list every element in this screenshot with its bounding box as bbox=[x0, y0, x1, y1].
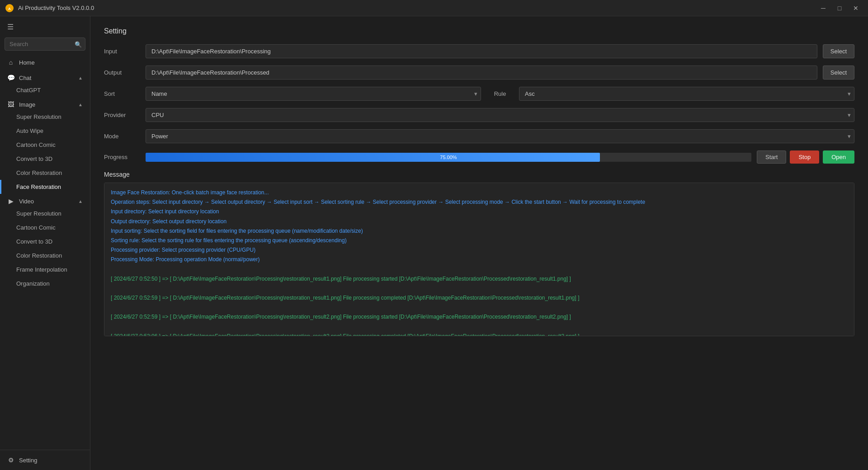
progress-label: Progress bbox=[104, 154, 140, 160]
progress-actions: Start Stop Open bbox=[757, 150, 854, 164]
sidebar: ☰ 🔍 ⌂ Home 💬 Chat ▲ ChatGPT 🖼 Image bbox=[0, 16, 90, 470]
open-button[interactable]: Open bbox=[823, 150, 854, 164]
sidebar-item-frame-interpolation[interactable]: Frame Interpolation bbox=[0, 263, 90, 277]
sidebar-item-color-restoration[interactable]: Color Restoration bbox=[0, 166, 90, 180]
sidebar-item-home[interactable]: ⌂ Home bbox=[0, 54, 90, 70]
chatgpt-label: ChatGPT bbox=[16, 87, 41, 94]
sidebar-footer: ⚙ Setting bbox=[0, 450, 90, 470]
section-title: Setting bbox=[104, 27, 854, 35]
sidebar-item-chatgpt[interactable]: ChatGPT bbox=[0, 83, 90, 97]
message-log[interactable]: Image Face Restoration: One-click batch … bbox=[104, 183, 854, 336]
home-label: Home bbox=[19, 59, 35, 66]
message-section: Message Image Face Restoration: One-clic… bbox=[104, 171, 854, 336]
image-icon: 🖼 bbox=[7, 101, 14, 108]
mode-dropdown[interactable]: Power bbox=[146, 129, 854, 143]
sidebar-item-convert-to-3d[interactable]: Convert to 3D bbox=[0, 152, 90, 166]
app-title: Ai Productivity Tools V2.0.0.0 bbox=[18, 5, 94, 11]
progress-fill bbox=[146, 153, 600, 162]
provider-row: Provider CPU bbox=[104, 108, 854, 122]
sidebar-item-face-restoration[interactable]: Face Restoration bbox=[0, 180, 90, 194]
app-icon: A bbox=[5, 4, 14, 12]
log-line: Sorting rule: Select the sorting rule fo… bbox=[111, 236, 848, 245]
chat-chevron-icon: ▲ bbox=[78, 75, 83, 80]
video-label: Video bbox=[19, 198, 34, 205]
log-line: Processing provider: Select processing p… bbox=[111, 246, 848, 254]
log-line: [ 2024/6/27 0:52:59 ] => [ D:\Apt\File\I… bbox=[111, 313, 848, 321]
search-box: 🔍 bbox=[5, 38, 85, 51]
log-line: Output directory: Select output director… bbox=[111, 217, 848, 226]
setting-label: Setting bbox=[19, 457, 37, 464]
sort-dropdown[interactable]: Name bbox=[146, 87, 481, 101]
stop-button[interactable]: Stop bbox=[790, 150, 819, 164]
output-row: Output Select bbox=[104, 66, 854, 80]
log-line: Operation steps: Select input directory … bbox=[111, 198, 848, 207]
log-line: [ 2024/6/27 0:52:59 ] => [ D:\Apt\File\I… bbox=[111, 294, 848, 302]
minimize-button[interactable]: ─ bbox=[816, 3, 830, 14]
rule-dropdown-wrapper: Asc bbox=[519, 87, 854, 101]
mode-label: Mode bbox=[104, 133, 140, 140]
provider-dropdown[interactable]: CPU bbox=[146, 108, 854, 122]
input-row: Input Select bbox=[104, 44, 854, 58]
svg-text:A: A bbox=[8, 6, 11, 10]
image-chevron-icon: ▲ bbox=[78, 102, 83, 107]
sort-dropdown-wrapper: Name bbox=[146, 87, 481, 101]
sidebar-item-auto-wipe[interactable]: Auto Wipe bbox=[0, 124, 90, 138]
start-button[interactable]: Start bbox=[757, 150, 786, 164]
log-line: Image Face Restoration: One-click batch … bbox=[111, 188, 848, 197]
progress-row: Progress 75.00% Start Stop Open bbox=[104, 150, 854, 164]
search-icon: 🔍 bbox=[75, 41, 82, 47]
log-line: Processing Mode: Processing operation Mo… bbox=[111, 255, 848, 264]
main-layout: ☰ 🔍 ⌂ Home 💬 Chat ▲ ChatGPT 🖼 Image bbox=[0, 16, 868, 470]
sidebar-item-super-resolution[interactable]: Super Resolution bbox=[0, 110, 90, 124]
input-select-button[interactable]: Select bbox=[823, 44, 854, 58]
mode-dropdown-wrapper: Power bbox=[146, 129, 854, 143]
log-line: Input directory: Select input directory … bbox=[111, 207, 848, 216]
sidebar-item-video-cartoon-comic[interactable]: Cartoon Comic bbox=[0, 221, 90, 235]
chat-icon: 💬 bbox=[7, 74, 14, 81]
hamburger-button[interactable]: ☰ bbox=[0, 16, 90, 38]
sidebar-item-setting[interactable]: ⚙ Setting bbox=[0, 452, 90, 468]
video-convert-to-3d-label: Convert to 3D bbox=[16, 238, 52, 245]
progress-bar: 75.00% bbox=[146, 153, 751, 162]
mode-row: Mode Power bbox=[104, 129, 854, 143]
auto-wipe-label: Auto Wipe bbox=[16, 127, 43, 134]
maximize-button[interactable]: □ bbox=[833, 3, 846, 14]
setting-icon: ⚙ bbox=[7, 456, 14, 464]
sidebar-section-chat[interactable]: 💬 Chat ▲ bbox=[0, 70, 90, 83]
frame-interpolation-label: Frame Interpolation bbox=[16, 266, 67, 273]
output-select-button[interactable]: Select bbox=[823, 66, 854, 80]
search-input[interactable] bbox=[5, 38, 85, 51]
rule-dropdown[interactable]: Asc bbox=[519, 87, 854, 101]
video-cartoon-comic-label: Cartoon Comic bbox=[16, 224, 56, 231]
titlebar-left: A Ai Productivity Tools V2.0.0.0 bbox=[5, 4, 94, 12]
sort-label: Sort bbox=[104, 90, 140, 97]
sidebar-item-video-super-resolution[interactable]: Super Resolution bbox=[0, 207, 90, 221]
home-icon: ⌂ bbox=[7, 59, 14, 66]
sidebar-item-video-convert-to-3d[interactable]: Convert to 3D bbox=[0, 235, 90, 249]
sidebar-item-organization[interactable]: Organization bbox=[0, 277, 90, 291]
log-line: [ 2024/6/27 0:52:50 ] => [ D:\Apt\File\I… bbox=[111, 275, 848, 283]
provider-dropdown-wrapper: CPU bbox=[146, 108, 854, 122]
window-controls: ─ □ ✕ bbox=[816, 3, 863, 14]
progress-text: 75.00% bbox=[440, 155, 457, 160]
input-label: Input bbox=[104, 48, 140, 55]
super-resolution-label: Super Resolution bbox=[16, 113, 61, 120]
log-line: [ 2024/6/27 0:53:06 ] => [ D:\Apt\File\I… bbox=[111, 332, 848, 336]
sidebar-item-cartoon-comic[interactable]: Cartoon Comic bbox=[0, 138, 90, 152]
color-restoration-label: Color Restoration bbox=[16, 169, 62, 176]
output-field[interactable] bbox=[146, 66, 817, 80]
video-super-resolution-label: Super Resolution bbox=[16, 210, 61, 217]
sidebar-item-video-color-restoration[interactable]: Color Restoration bbox=[0, 249, 90, 263]
sort-row: Sort Name Rule Asc bbox=[104, 87, 854, 101]
video-color-restoration-label: Color Restoration bbox=[16, 252, 62, 259]
message-title: Message bbox=[104, 171, 854, 178]
close-button[interactable]: ✕ bbox=[849, 3, 863, 14]
sidebar-section-image[interactable]: 🖼 Image ▲ bbox=[0, 97, 90, 110]
convert-to-3d-label: Convert to 3D bbox=[16, 155, 52, 162]
titlebar: A Ai Productivity Tools V2.0.0.0 ─ □ ✕ bbox=[0, 0, 868, 16]
video-chevron-icon: ▲ bbox=[78, 199, 83, 204]
sidebar-section-video[interactable]: ▶ Video ▲ bbox=[0, 194, 90, 207]
face-restoration-label: Face Restoration bbox=[16, 183, 61, 190]
input-field[interactable] bbox=[146, 44, 817, 58]
organization-label: Organization bbox=[16, 280, 50, 287]
